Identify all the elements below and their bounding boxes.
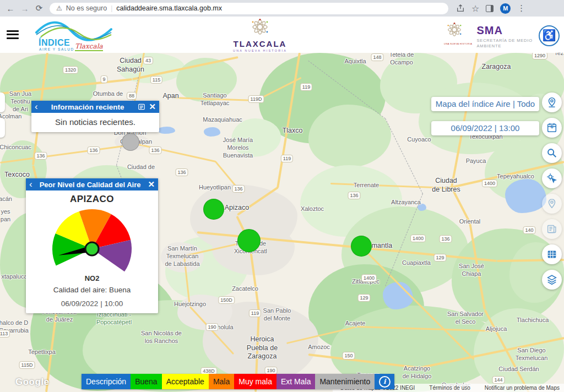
profile-avatar[interactable]: M	[500, 3, 511, 14]
site-header: ÍNDICE AIRE Y SALUD Tlaxcala TLAXCALA UN…	[0, 17, 564, 53]
calendar-button[interactable]: 6	[542, 118, 562, 138]
reload-icon[interactable]: ⟳	[32, 3, 46, 13]
map-place-label: Chiconcuac	[0, 144, 31, 151]
legend-item-buena[interactable]: Buena	[131, 374, 161, 389]
my-location-icon	[546, 198, 558, 210]
terms-link[interactable]: Términos de uso	[429, 385, 470, 391]
map-place-label: CiudadSahagún	[117, 57, 144, 74]
map-place-label: San DiegoTexmelucan	[516, 347, 548, 362]
location-pin-icon	[546, 96, 558, 108]
map-place-label: Payuca	[466, 157, 486, 165]
close-icon[interactable]: ✕	[148, 179, 155, 189]
road-shield: 150	[342, 352, 355, 360]
accessibility-button[interactable]: ♿	[539, 25, 560, 46]
back-icon[interactable]: ←	[3, 4, 18, 13]
road-shield: 136	[348, 192, 360, 199]
collapsed-panel-tab[interactable]	[0, 92, 5, 112]
news-icon	[546, 223, 558, 235]
legend-item-descripción[interactable]: Descripción	[82, 374, 131, 389]
map-place-label: Tepeyahualco	[497, 173, 534, 181]
layers-icon	[546, 274, 558, 286]
road-shield: 144	[492, 376, 505, 384]
datetime-button[interactable]: 06/09/2022 | 13:00	[431, 121, 539, 135]
road-shield: 113	[0, 330, 10, 337]
map-place-label: Acatzingode Hidalgo	[403, 365, 432, 380]
collapsed-panel-tab[interactable]	[0, 118, 5, 138]
bookmark-star-icon[interactable]: ☆	[471, 3, 479, 14]
map-place-label: Cuyoaco	[407, 136, 431, 144]
road-shield: 136	[175, 168, 188, 176]
search-button[interactable]	[542, 143, 562, 163]
worst-panel-timestamp: 06/09/2022 | 10:00	[28, 300, 156, 308]
map-tool-column: 6	[542, 92, 562, 290]
legend-item-mantenimiento[interactable]: Mantenimiento	[315, 374, 375, 389]
map-place-label: San MartínTexmelucande Labastida	[165, 245, 200, 268]
map-place-label: San JoséChiapa	[459, 263, 484, 278]
map-place-label: Terrenate	[354, 182, 379, 189]
map-mode-button[interactable]: Mapa del índice Aire | Todo	[431, 97, 539, 111]
menu-kebab-icon[interactable]: ⋮	[517, 3, 525, 13]
location-pin-button[interactable]	[542, 92, 562, 112]
map-place-label: Hueyotlipan	[199, 184, 231, 192]
not-secure-warning-icon: ⚠	[56, 4, 62, 12]
map-place-label: Huejotzingo	[174, 301, 206, 308]
news-list-icon[interactable]	[137, 103, 146, 111]
tlaxcala-logo: TLAXCALA UNA NUEVA HISTORIA	[227, 18, 293, 52]
recent-info-panel-header: ‹ Información reciente ✕	[31, 101, 159, 113]
report-problem-link[interactable]: Notificar un problema de Maps	[485, 385, 560, 391]
map-place-label: Amozoc	[308, 344, 330, 351]
share-icon[interactable]	[456, 4, 465, 13]
not-secure-label: No es seguro	[66, 4, 107, 12]
map-place-label: Tlaxco	[283, 127, 303, 135]
address-bar[interactable]: ⚠ No es seguro | calidaddeaire.sma.tlaxc…	[50, 3, 448, 14]
sma-logo: UNA NUEVA HISTORIA SMA SECRETARÍA DE MED…	[444, 20, 538, 49]
legend-item-mala[interactable]: Mala	[209, 374, 234, 389]
close-icon[interactable]: ✕	[149, 102, 156, 112]
sma-flower-icon	[444, 20, 465, 40]
recent-info-panel: ‹ Información reciente ✕ Sin noticias re…	[31, 101, 159, 132]
forward-icon[interactable]: →	[18, 4, 32, 13]
url-text: calidaddeaire.sma.tlaxcala.gob.mx	[116, 4, 222, 12]
road-shield: 9	[100, 75, 107, 83]
map-place-label: Apan	[162, 92, 178, 101]
station-marker[interactable]	[203, 199, 224, 220]
road-shield: 129	[433, 254, 446, 262]
map-place-label: Xaloztoc	[301, 205, 324, 213]
road-shield: 136	[439, 235, 452, 243]
station-name: APIZACO	[28, 194, 156, 205]
road-shield: 88	[127, 92, 137, 100]
legend-item-ext-mala[interactable]: Ext Mala	[276, 374, 315, 389]
recent-info-title: Información reciente	[41, 103, 135, 111]
road-shield: 190	[205, 323, 218, 331]
road-shield: 1400	[410, 235, 426, 242]
collapse-chevron-icon[interactable]: ‹	[29, 179, 32, 190]
hamburger-menu-icon[interactable]	[7, 28, 19, 41]
map-place-label: xtapaluca	[1, 273, 27, 281]
road-shield: 1320	[63, 66, 78, 74]
station-marker[interactable]	[122, 133, 139, 151]
legend-info-button[interactable]: i	[375, 374, 394, 389]
road-shield: 150D	[218, 296, 235, 304]
map-place-label: José MaríaMorelosBuenavista	[223, 137, 253, 159]
road-shield: 119	[300, 83, 312, 91]
map-place-label: Otumba de	[93, 90, 123, 98]
map-place-label: Aljojuca	[486, 325, 507, 333]
indice-aire-salud-logo: ÍNDICE AIRE Y SALUD Tlaxcala	[35, 18, 112, 52]
side-panel-icon[interactable]	[486, 5, 494, 12]
recent-info-body: Sin noticias recientes.	[31, 113, 159, 132]
legend-item-acceptable[interactable]: Acceptable	[162, 374, 209, 389]
browser-window: ← → ⟳ ⚠ No es seguro | calidaddeaire.sma…	[0, 0, 564, 392]
map-place-label: Cuapiaxtla	[402, 259, 431, 267]
collapse-chevron-icon[interactable]: ‹	[35, 101, 38, 112]
legend-item-muy-mala[interactable]: Muy mala	[234, 374, 276, 389]
map-place-label: SantiagoTetlapayac	[200, 92, 230, 107]
station-marker[interactable]	[237, 229, 261, 252]
layers-button[interactable]	[542, 270, 562, 290]
road-shield: 115	[150, 76, 162, 84]
touch-click-button[interactable]	[542, 168, 562, 188]
map-place-label: Tepetlixpa	[28, 349, 56, 356]
map-place-label: Tetela deOcampo	[389, 53, 414, 67]
table-button[interactable]	[542, 244, 562, 264]
gauge-hub	[85, 242, 99, 255]
station-marker[interactable]	[351, 236, 372, 257]
